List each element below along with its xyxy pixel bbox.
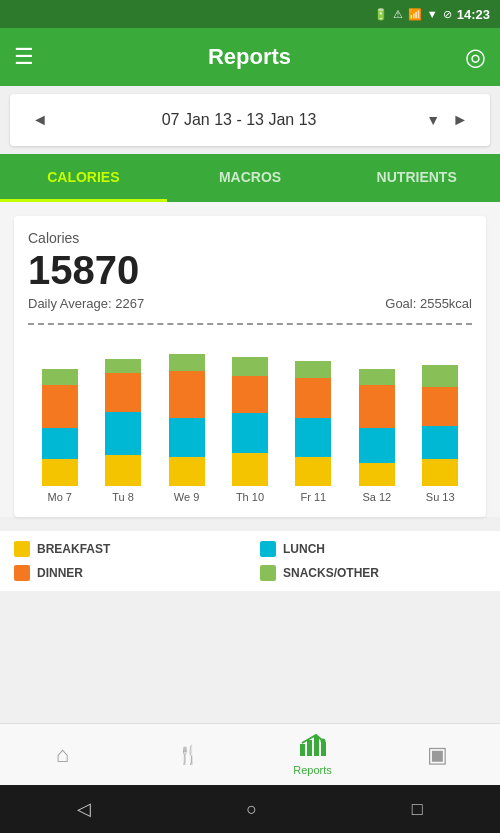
legend-label-dinner: DINNER <box>37 566 83 580</box>
calories-sub-row: Daily Average: 2267 Goal: 2555kcal <box>28 296 472 311</box>
bar-day-label: Tu 8 <box>112 491 134 503</box>
nav-reports[interactable]: Reports <box>250 724 375 785</box>
bar-segment-breakfast <box>105 455 141 486</box>
legend-color-lunch <box>260 541 276 557</box>
signal-icon: 📶 <box>408 8 422 21</box>
reports-nav-label: Reports <box>293 764 332 776</box>
legend-label-lunch: LUNCH <box>283 542 325 556</box>
bar-segment-snacks <box>295 361 331 378</box>
legend-item-breakfast: BREAKFAST <box>14 541 240 557</box>
nav-home[interactable]: ⌂ <box>0 724 125 785</box>
bar <box>422 365 458 486</box>
bar-segment-dinner <box>295 378 331 418</box>
bar-segment-dinner <box>169 371 205 418</box>
tab-nutrients[interactable]: NUTRIENTS <box>333 154 500 202</box>
bar-group: We 9 <box>169 354 205 503</box>
bar-day-label: Sa 12 <box>362 491 391 503</box>
bar <box>359 369 395 486</box>
bar-segment-lunch <box>422 426 458 459</box>
android-recent-button[interactable]: □ <box>412 799 423 820</box>
svg-rect-1 <box>307 740 312 756</box>
status-icons: 🔋 ⚠ 📶 ▼ ⊘ 14:23 <box>374 7 490 22</box>
reports-icon <box>300 734 326 762</box>
battery-warning-icon: 🔋 <box>374 8 388 21</box>
bar-day-label: Mo 7 <box>47 491 71 503</box>
bottom-nav: ⌂ 🍴 Reports ▣ <box>0 723 500 785</box>
bar-segment-breakfast <box>295 457 331 486</box>
bar-segment-breakfast <box>422 459 458 486</box>
bar <box>232 357 268 486</box>
bar <box>295 361 331 486</box>
nav-more[interactable]: ▣ <box>375 724 500 785</box>
bar-segment-snacks <box>359 369 395 385</box>
android-back-button[interactable]: ◁ <box>77 798 91 820</box>
calories-content: Calories 15870 Daily Average: 2267 Goal:… <box>0 202 500 517</box>
bar-segment-lunch <box>359 428 395 463</box>
goal-text: Goal: 2555kcal <box>385 296 472 311</box>
bar-segment-snacks <box>42 369 78 385</box>
tab-calories[interactable]: CALORIES <box>0 154 167 202</box>
bar-segment-snacks <box>232 357 268 376</box>
calories-card: Calories 15870 Daily Average: 2267 Goal:… <box>14 216 486 517</box>
nav-food[interactable]: 🍴 <box>125 724 250 785</box>
bar-segment-lunch <box>232 413 268 453</box>
bar-segment-dinner <box>359 385 395 428</box>
legend-color-snacks <box>260 565 276 581</box>
bar-group: Fr 11 <box>295 361 331 503</box>
svg-point-4 <box>320 738 325 743</box>
bar-segment-lunch <box>295 418 331 457</box>
bar <box>42 369 78 486</box>
bar-segment-breakfast <box>359 463 395 486</box>
alert-icon: ⚠ <box>393 8 403 21</box>
content-area: Calories 15870 Daily Average: 2267 Goal:… <box>0 202 500 791</box>
calories-section-label: Calories <box>28 230 472 246</box>
bar-segment-snacks <box>169 354 205 371</box>
legend-color-dinner <box>14 565 30 581</box>
page-title: Reports <box>208 44 291 70</box>
bar-group: Su 13 <box>422 365 458 503</box>
target-icon[interactable]: ◎ <box>465 43 486 71</box>
bar-group: Th 10 <box>232 357 268 503</box>
tabs-bar: CALORIES MACROS NUTRIENTS <box>0 154 500 202</box>
calories-total: 15870 <box>28 248 472 292</box>
bar-group: Mo 7 <box>42 369 78 503</box>
wifi-icon: ▼ <box>427 8 438 20</box>
bar-segment-lunch <box>169 418 205 457</box>
svg-rect-2 <box>314 736 319 756</box>
next-date-button[interactable]: ► <box>444 107 476 133</box>
bar-segment-breakfast <box>42 459 78 486</box>
food-icon: 🍴 <box>177 744 199 766</box>
legend-label-snacks: SNACKS/OTHER <box>283 566 379 580</box>
bar-chart: Mo 7Tu 8We 9Th 10Fr 11Sa 12Su 13 <box>28 323 472 503</box>
bar-segment-dinner <box>42 385 78 428</box>
legend-item-snacks: SNACKS/OTHER <box>260 565 486 581</box>
bar-day-label: Fr 11 <box>301 491 327 503</box>
goal-line <box>28 323 472 325</box>
tab-macros[interactable]: MACROS <box>167 154 334 202</box>
top-bar: ☰ Reports ◎ <box>0 28 500 86</box>
legend-item-lunch: LUNCH <box>260 541 486 557</box>
legend-label-breakfast: BREAKFAST <box>37 542 110 556</box>
prev-date-button[interactable]: ◄ <box>24 107 56 133</box>
bar-segment-dinner <box>422 387 458 426</box>
bar-segment-lunch <box>105 412 141 455</box>
status-time: 14:23 <box>457 7 490 22</box>
svg-rect-3 <box>321 742 326 756</box>
daily-average-text: Daily Average: 2267 <box>28 296 144 311</box>
date-dropdown-button[interactable]: ▼ <box>422 108 444 132</box>
bar-day-label: Th 10 <box>236 491 264 503</box>
date-nav: ◄ 07 Jan 13 - 13 Jan 13 ▼ ► <box>10 94 490 146</box>
bar-segment-breakfast <box>169 457 205 486</box>
bar-segment-lunch <box>42 428 78 459</box>
bar-segment-dinner <box>232 376 268 413</box>
legend-color-breakfast <box>14 541 30 557</box>
bar-segment-snacks <box>422 365 458 387</box>
bar-group: Sa 12 <box>359 369 395 503</box>
svg-rect-0 <box>300 744 305 756</box>
bar-day-label: We 9 <box>174 491 199 503</box>
menu-icon[interactable]: ☰ <box>14 44 34 70</box>
date-range-text: 07 Jan 13 - 13 Jan 13 <box>56 111 422 129</box>
bar-segment-dinner <box>105 373 141 412</box>
android-home-button[interactable]: ○ <box>246 799 257 820</box>
legend-item-dinner: DINNER <box>14 565 240 581</box>
